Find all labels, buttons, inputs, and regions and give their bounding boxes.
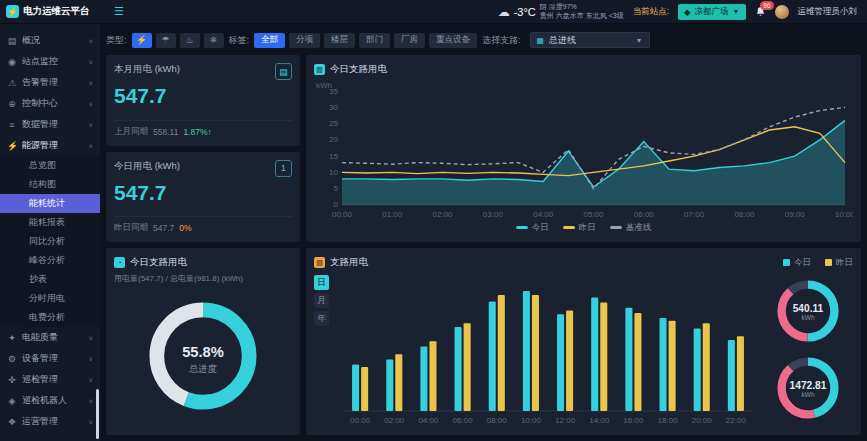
calendar-day-icon: 1	[275, 160, 292, 177]
legend-item-今日[interactable]: 今日	[516, 222, 549, 234]
svg-text:5: 5	[334, 184, 339, 193]
sidebar: ▤概况∨◉站点监控∨⚠告警管理∨⊕控制中心∨≡数据管理∨⚡能源管理∧总览图结构图…	[0, 24, 100, 441]
tag-chip-重点设备[interactable]: 重点设备	[429, 33, 477, 48]
sidebar-item-巡检机器人[interactable]: ◈巡检机器人∨	[0, 390, 100, 411]
station-label: 当前站点:	[633, 6, 669, 18]
svg-text:1472.81: 1472.81	[790, 380, 827, 391]
type-electric-chip[interactable]: ⚡	[132, 33, 152, 48]
month-compare-label: 上月同期	[114, 126, 148, 138]
branch-filter-label: 选择支路:	[482, 34, 521, 47]
legend-marker	[516, 226, 528, 229]
sidebar-item-label: 控制中心	[22, 97, 84, 110]
legend-marker	[610, 226, 622, 229]
type-chips: ⚡☂♨❄	[132, 33, 224, 48]
tag-chip-楼层[interactable]: 楼层	[324, 33, 355, 48]
cloud-icon: ☁	[498, 5, 510, 19]
sidebar-item-控制中心[interactable]: ⊕控制中心∨	[0, 93, 100, 114]
month-delta: 1.87%↑	[183, 127, 211, 137]
svg-text:04:00: 04:00	[533, 210, 554, 219]
sidebar-item-运营管理[interactable]: ❖运营管理∨	[0, 411, 100, 432]
submenu-item-结构图[interactable]: 结构图	[0, 175, 100, 194]
svg-text:25: 25	[329, 119, 338, 128]
branch-icon: ▦	[537, 36, 545, 45]
数据管理-icon: ≡	[7, 120, 17, 130]
svg-text:02:00: 02:00	[384, 416, 405, 425]
sidebar-scrollbar[interactable]	[96, 389, 99, 439]
station-select[interactable]: ◆ 凉都广场 ▼	[678, 4, 745, 20]
bar-chart-legend: 今日昨日	[783, 257, 853, 269]
period-toggle-日[interactable]: 日	[314, 275, 329, 290]
svg-text:15: 15	[329, 152, 338, 161]
notifications-button[interactable]: 96	[755, 6, 766, 18]
svg-text:22:00: 22:00	[726, 416, 747, 425]
submenu-item-抄表[interactable]: 抄表	[0, 270, 100, 289]
sidebar-item-label: 概况	[22, 34, 84, 47]
period-toggles: 日月年	[314, 272, 329, 427]
svg-text:10:00: 10:00	[521, 416, 542, 425]
legend-item-今日[interactable]: 今日	[783, 257, 811, 269]
bar-chart-icon: ▥	[314, 257, 325, 268]
tag-chip-全部[interactable]: 全部	[254, 33, 285, 48]
sidebar-item-告警管理[interactable]: ⚠告警管理∨	[0, 72, 100, 93]
brand: ⚡ 电力运维云平台	[0, 5, 100, 18]
legend-item-基准线[interactable]: 基准线	[610, 222, 652, 234]
submenu-item-能耗统计[interactable]: 能耗统计	[0, 194, 100, 213]
sidebar-item-站点监控[interactable]: ◉站点监控∨	[0, 51, 100, 72]
dashboard-grid: 本月用电 (kWh) ▤ 547.7 上月同期 558.11 1.87%↑ 今日…	[106, 55, 861, 435]
weather-temp: -3°C	[514, 6, 536, 18]
svg-text:06:00: 06:00	[453, 416, 474, 425]
type-gas-chip[interactable]: ♨	[180, 33, 200, 48]
sidebar-item-label: 数据管理	[22, 118, 84, 131]
branch-line-card: ▥ 今日支路用电 kWh0510152025303500:0001:0002:0…	[306, 55, 861, 242]
电能质量-icon: ✦	[7, 333, 17, 343]
sidebar-item-label: 站点监控	[22, 55, 84, 68]
chevron-down-icon: ▼	[636, 37, 643, 44]
svg-text:12:00: 12:00	[555, 416, 576, 425]
type-water-chip[interactable]: ☂	[156, 33, 176, 48]
station-value: 凉都广场	[695, 6, 729, 18]
user-name[interactable]: 运维管理员小刘	[798, 6, 858, 18]
svg-text:kWh: kWh	[801, 314, 815, 321]
svg-text:总进度: 总进度	[189, 362, 217, 373]
tag-chip-分项[interactable]: 分项	[289, 33, 320, 48]
submenu-item-电费分析[interactable]: 电费分析	[0, 308, 100, 327]
notification-badge: 96	[760, 1, 773, 10]
line-card-title: 今日支路用电	[330, 63, 387, 76]
sidebar-item-label: 能源管理	[22, 139, 84, 152]
tag-chip-厂房[interactable]: 厂房	[394, 33, 425, 48]
sidebar-item-概况[interactable]: ▤概况∨	[0, 30, 100, 51]
sidebar-item-设备管理[interactable]: ⚙设备管理∨	[0, 348, 100, 369]
legend-item-昨日[interactable]: 昨日	[563, 222, 596, 234]
sidebar-item-label: 巡检机器人	[22, 394, 84, 407]
legend-item-昨日[interactable]: 昨日	[825, 257, 853, 269]
branch-select[interactable]: ▦ 总进线 ▼	[530, 32, 650, 48]
submenu-item-峰谷分析[interactable]: 峰谷分析	[0, 251, 100, 270]
svg-text:02:00: 02:00	[433, 210, 454, 219]
tag-filter-label: 标签:	[229, 34, 250, 47]
bar-card-title: 支路用电	[330, 256, 368, 269]
svg-text:03:00: 03:00	[483, 210, 504, 219]
巡检管理-icon: ✜	[7, 375, 17, 385]
type-air-chip[interactable]: ❄	[204, 33, 224, 48]
period-toggle-月[interactable]: 月	[314, 293, 329, 308]
donut-card-subtitle: 用电量(547.7) / 总电量(981.8) (kWh)	[114, 273, 292, 284]
sidebar-menu: ▤概况∨◉站点监控∨⚠告警管理∨⊕控制中心∨≡数据管理∨⚡能源管理∧总览图结构图…	[0, 30, 100, 432]
sidebar-item-巡检管理[interactable]: ✜巡检管理∨	[0, 369, 100, 390]
submenu-item-能耗报表[interactable]: 能耗报表	[0, 213, 100, 232]
概况-icon: ▤	[7, 36, 17, 46]
submenu-item-总览图[interactable]: 总览图	[0, 156, 100, 175]
chevron-down-icon: ∨	[89, 79, 93, 86]
submenu-item-分时用电[interactable]: 分时用电	[0, 289, 100, 308]
menu-collapse-icon[interactable]: ☰	[114, 5, 124, 18]
sidebar-item-数据管理[interactable]: ≡数据管理∨	[0, 114, 100, 135]
sidebar-item-label: 运营管理	[22, 415, 84, 428]
period-toggle-年[interactable]: 年	[314, 311, 329, 326]
svg-text:55.8%: 55.8%	[182, 344, 224, 360]
sidebar-item-能源管理[interactable]: ⚡能源管理∧	[0, 135, 100, 156]
tag-chip-部门[interactable]: 部门	[359, 33, 390, 48]
avatar[interactable]	[775, 5, 789, 19]
calendar-month-icon: ▤	[275, 63, 292, 80]
submenu-item-同比分析[interactable]: 同比分析	[0, 232, 100, 251]
sidebar-item-电能质量[interactable]: ✦电能质量∨	[0, 327, 100, 348]
站点监控-icon: ◉	[7, 57, 17, 67]
